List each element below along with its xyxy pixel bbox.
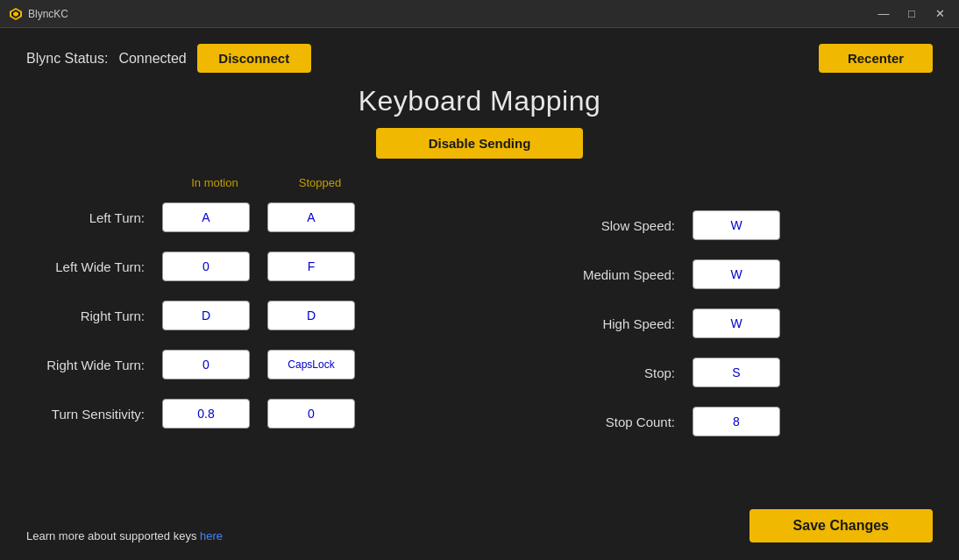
- right-wide-turn-stopped-input[interactable]: [267, 350, 355, 379]
- left-wide-turn-label: Left Wide Turn:: [26, 259, 162, 274]
- left-turn-stopped-input[interactable]: [267, 202, 355, 232]
- right-turn-in-motion-input[interactable]: [162, 301, 250, 330]
- slow-speed-row: Slow Speed:: [552, 201, 933, 250]
- app-title: BlyncKC: [28, 8, 68, 20]
- medium-speed-input[interactable]: [693, 259, 780, 289]
- turn-sensitivity-label: Turn Sensitivity:: [26, 407, 162, 422]
- bottom-area: Learn more about supported keys here Sav…: [26, 509, 933, 542]
- window-controls: — □ ✕: [871, 5, 952, 23]
- page-title-section: Keyboard Mapping: [26, 85, 933, 117]
- blync-status-label: Blync Status:: [26, 51, 108, 67]
- recenter-button[interactable]: Recenter: [819, 44, 933, 73]
- stop-label: Stop:: [552, 365, 693, 380]
- learn-more-link[interactable]: here: [200, 529, 223, 542]
- left-turn-in-motion-input[interactable]: [162, 202, 250, 232]
- left-turn-label: Left Turn:: [26, 210, 162, 225]
- page-title: Keyboard Mapping: [26, 85, 933, 117]
- left-wide-turn-in-motion-input[interactable]: [162, 252, 250, 281]
- turn-sensitivity-stopped-input[interactable]: [267, 399, 355, 429]
- high-speed-row: High Speed:: [552, 299, 933, 348]
- right-turn-row: Right Turn:: [26, 291, 517, 340]
- maximize-button[interactable]: □: [899, 5, 924, 23]
- stopped-header: Stopped: [267, 176, 373, 189]
- status-bar: Blync Status: Connected Disconnect Recen…: [26, 44, 933, 73]
- medium-speed-label: Medium Speed:: [552, 267, 693, 282]
- title-bar: BlyncKC — □ ✕: [0, 0, 959, 28]
- high-speed-input[interactable]: [693, 308, 780, 338]
- right-turn-stopped-input[interactable]: [267, 301, 355, 330]
- learn-more-section: Learn more about supported keys here: [26, 529, 223, 542]
- left-wide-turn-stopped-input[interactable]: [267, 252, 355, 281]
- stop-count-label: Stop Count:: [552, 415, 693, 429]
- learn-more-text: Learn more about supported keys: [26, 529, 196, 542]
- right-controls: Slow Speed: Medium Speed: High Speed: St…: [517, 176, 933, 502]
- right-wide-turn-row: Right Wide Turn:: [26, 340, 517, 389]
- stop-count-row: Stop Count:: [552, 397, 933, 446]
- right-wide-turn-in-motion-input[interactable]: [162, 350, 250, 379]
- disable-sending-button[interactable]: Disable Sending: [376, 128, 584, 159]
- column-headers: In motion Stopped: [26, 176, 517, 189]
- close-button[interactable]: ✕: [927, 5, 952, 23]
- left-controls: In motion Stopped Left Turn: Left Wide T…: [26, 176, 517, 502]
- right-turn-label: Right Turn:: [26, 308, 162, 323]
- connection-status: Connected: [118, 51, 186, 67]
- in-motion-header: In motion: [162, 176, 267, 189]
- stop-input[interactable]: [693, 358, 780, 387]
- right-wide-turn-label: Right Wide Turn:: [26, 358, 162, 372]
- left-turn-row: Left Turn:: [26, 193, 517, 242]
- save-changes-button[interactable]: Save Changes: [749, 509, 933, 542]
- controls-area: In motion Stopped Left Turn: Left Wide T…: [26, 176, 933, 502]
- disable-btn-wrapper: Disable Sending: [26, 128, 933, 159]
- turn-sensitivity-row: Turn Sensitivity:: [26, 389, 517, 438]
- medium-speed-row: Medium Speed:: [552, 250, 933, 299]
- slow-speed-label: Slow Speed:: [552, 218, 693, 233]
- status-left: Blync Status: Connected Disconnect: [26, 44, 311, 73]
- app-icon: [9, 7, 23, 21]
- stop-count-input[interactable]: [693, 407, 780, 436]
- turn-sensitivity-in-motion-input[interactable]: [162, 399, 250, 429]
- main-content: Blync Status: Connected Disconnect Recen…: [0, 28, 959, 560]
- disconnect-button[interactable]: Disconnect: [197, 44, 311, 73]
- slow-speed-input[interactable]: [693, 210, 780, 240]
- stop-row: Stop:: [552, 348, 933, 397]
- minimize-button[interactable]: —: [871, 5, 896, 23]
- high-speed-label: High Speed:: [552, 316, 693, 331]
- title-bar-left: BlyncKC: [9, 7, 68, 21]
- left-wide-turn-row: Left Wide Turn:: [26, 242, 517, 291]
